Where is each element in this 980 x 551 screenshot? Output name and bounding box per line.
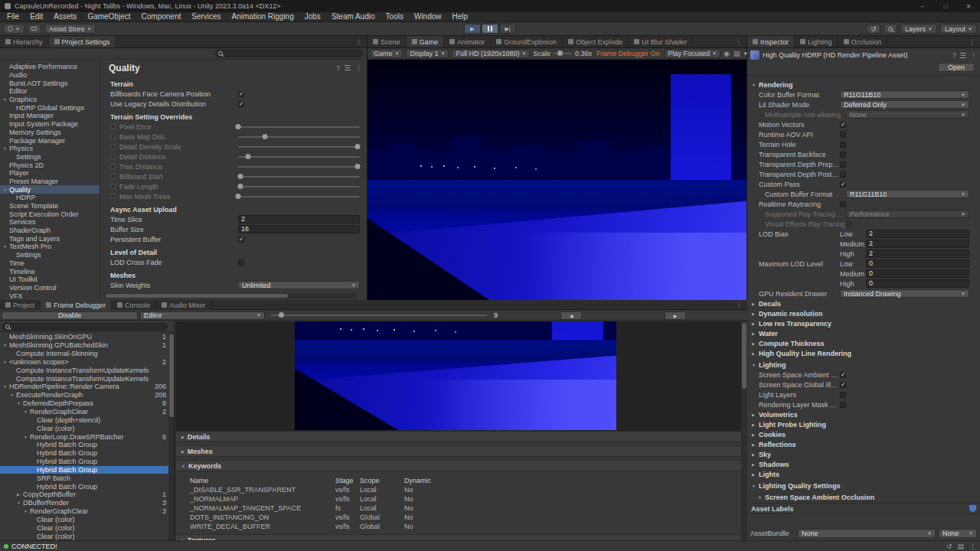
foldout-arrow[interactable] (24, 509, 30, 514)
menu-item[interactable]: Help (447, 12, 474, 21)
details-section-header[interactable]: ▶Details (176, 431, 741, 442)
slider-knob[interactable] (557, 51, 563, 56)
panel-tab[interactable]: Lighting (795, 36, 838, 47)
menu-item[interactable]: GameObject (82, 12, 136, 21)
settings-category[interactable]: Physics 2D (0, 161, 100, 169)
slider-knob[interactable] (236, 124, 241, 129)
frame-event-row[interactable]: <unknown scopes> 2 (0, 358, 168, 367)
menu-item[interactable]: Edit (24, 12, 48, 21)
foldout-arrow[interactable] (752, 412, 759, 417)
settings-category[interactable]: Script Execution Order (0, 210, 100, 218)
foldout-arrow[interactable] (17, 500, 23, 505)
keyword-row[interactable]: DOTS_INSTANCING_ON vs/fs Global No (190, 513, 741, 522)
previous-event-button[interactable]: ◀ (560, 311, 582, 320)
scrollbar-thumb[interactable] (742, 323, 746, 389)
value-field[interactable]: 16 (238, 225, 360, 233)
frame-event-row[interactable]: Compute InstanceTransformUpdateKernels (0, 374, 168, 383)
frame-event-row[interactable]: Clear (color) (0, 424, 168, 432)
override-checkbox[interactable] (110, 144, 116, 149)
frame-event-row[interactable]: Hybrid Batch Group (0, 441, 168, 449)
layout-dropdown[interactable]: Layout▼ (940, 24, 977, 34)
value-field[interactable]: 2 (238, 215, 360, 223)
foldout-arrow[interactable] (752, 351, 759, 356)
checkbox[interactable] (238, 101, 244, 107)
checkbox[interactable] (840, 402, 846, 408)
account-button[interactable]: ▼ (3, 24, 24, 34)
activity-icon[interactable]: ↺ (946, 543, 952, 550)
dropdown[interactable]: R11G11B10▼ (840, 90, 969, 99)
settings-category[interactable]: Package Manager (0, 136, 100, 145)
maximize-button[interactable]: □ (934, 0, 957, 12)
value-field[interactable]: 2 (866, 230, 969, 238)
foldout-arrow[interactable] (3, 384, 9, 389)
more-icon[interactable]: ⋮ (355, 64, 362, 72)
slider[interactable] (238, 176, 360, 178)
override-checkbox[interactable] (110, 174, 116, 179)
checkbox[interactable] (238, 259, 244, 266)
checkbox[interactable] (840, 382, 846, 388)
slider-knob[interactable] (262, 134, 267, 139)
checkbox[interactable] (840, 132, 846, 138)
foldout-arrow[interactable] (3, 343, 9, 347)
foldout-arrow[interactable] (752, 331, 759, 336)
assetbundle-dropdown[interactable]: None▼ (798, 529, 936, 538)
value-field[interactable]: 2 (866, 240, 969, 248)
panel-tab[interactable]: Animator (444, 36, 491, 47)
checkbox[interactable] (238, 236, 244, 243)
dropdown[interactable]: None▼ (846, 110, 969, 119)
settings-category[interactable]: Quality (0, 185, 100, 194)
settings-category[interactable]: Scene Template (0, 202, 100, 210)
settings-category[interactable]: Audio (0, 71, 100, 80)
value-field[interactable]: 0 (866, 259, 969, 268)
frame-event-row[interactable]: HDRenderPipeline::Render Camera 206 (0, 383, 168, 391)
settings-category[interactable]: Time (0, 259, 100, 268)
foldout-arrow[interactable] (10, 393, 16, 397)
more-icon[interactable]: ⋮ (969, 543, 976, 550)
panel-tab[interactable]: UI Blur Shader (629, 36, 693, 47)
preset-icon[interactable] (345, 65, 351, 70)
scale-slider[interactable] (554, 53, 572, 54)
frame-event-row[interactable]: Clear (color) (0, 532, 168, 540)
more-icon[interactable]: ⋮ (351, 36, 367, 47)
slider[interactable] (238, 156, 360, 158)
frame-event-row[interactable]: RenderGraphClear 3 (0, 507, 168, 516)
settings-category[interactable]: Editor (0, 87, 100, 96)
frame-event-row[interactable]: ExecuteRenderGraph 208 (0, 391, 168, 399)
frame-event-row[interactable]: DBufferRender 3 (0, 499, 168, 507)
scrollbar-thumb[interactable] (106, 294, 288, 298)
dropdown[interactable]: R11G11B10▼ (846, 190, 969, 198)
panel-tab[interactable]: Frame Debugger (41, 300, 112, 310)
horizontal-scrollbar[interactable] (104, 293, 357, 298)
foldout-arrow[interactable] (752, 484, 759, 488)
frame-event-row[interactable]: Compute Internal-Skinning (0, 350, 168, 358)
step-button[interactable]: ▶| (499, 24, 516, 34)
foldout-arrow[interactable] (3, 360, 9, 364)
menu-item[interactable]: File (2, 12, 24, 21)
frame-event-row[interactable]: MeshSkinning.SkinOnGPU 1 (0, 333, 168, 341)
slider-knob[interactable] (238, 184, 243, 189)
help-icon[interactable]: ? (336, 64, 340, 72)
minimize-button[interactable]: − (911, 0, 934, 12)
play-focused-dropdown[interactable]: Play Focused▼ (665, 49, 720, 58)
frame-event-row[interactable]: Clear (color) (0, 523, 168, 532)
menu-item[interactable]: Jobs (299, 12, 326, 21)
frame-event-row[interactable]: Hybrid Batch Group (0, 466, 168, 474)
keyword-row[interactable]: _NORMALMAP_TANGENT_SPACE fs Local No (190, 504, 741, 513)
panel-tab[interactable]: Scene (368, 36, 407, 47)
override-checkbox[interactable] (110, 124, 116, 129)
slider[interactable] (238, 166, 360, 168)
frame-event-row[interactable]: Hybrid Batch Group (0, 458, 168, 466)
scrollbar-thumb[interactable] (169, 334, 174, 417)
cloud-button[interactable] (28, 24, 41, 34)
foldout-arrow[interactable] (17, 492, 23, 497)
assetbundle-variant-dropdown[interactable]: None▼ (939, 529, 977, 538)
panel-tab[interactable]: Object Explode (563, 36, 629, 47)
frame-event-row[interactable]: Hybrid Batch Group (0, 449, 168, 458)
checkbox[interactable] (840, 142, 846, 148)
menu-item[interactable]: Services (186, 12, 226, 21)
foldout-arrow[interactable] (752, 452, 759, 457)
settings-category[interactable]: Graphics (0, 96, 100, 104)
game-view-dropdown[interactable]: Game▼ (370, 49, 403, 58)
open-button[interactable]: Open (938, 63, 975, 72)
settings-category[interactable]: TextMesh Pro (0, 243, 100, 251)
